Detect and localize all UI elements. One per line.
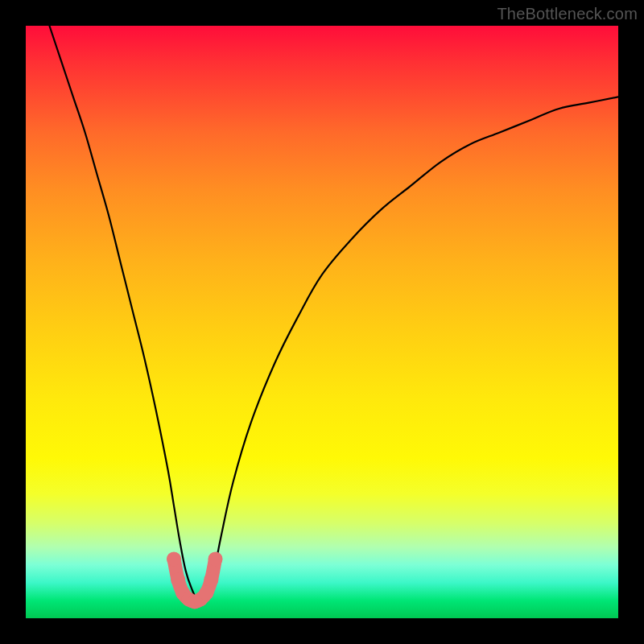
- valley-marker-dot: [199, 585, 213, 600]
- valley-marker-dot: [171, 572, 185, 587]
- valley-marker-group: [167, 551, 223, 609]
- bottleneck-curve-path: [49, 26, 618, 602]
- watermark-text: TheBottleneck.com: [497, 5, 638, 23]
- plot-area: [26, 26, 618, 618]
- valley-marker-dot: [208, 551, 223, 566]
- curve-svg: [26, 26, 618, 618]
- chart-frame: TheBottleneck.com: [0, 0, 644, 644]
- valley-marker-dot: [167, 551, 181, 566]
- valley-marker-dot: [204, 572, 218, 587]
